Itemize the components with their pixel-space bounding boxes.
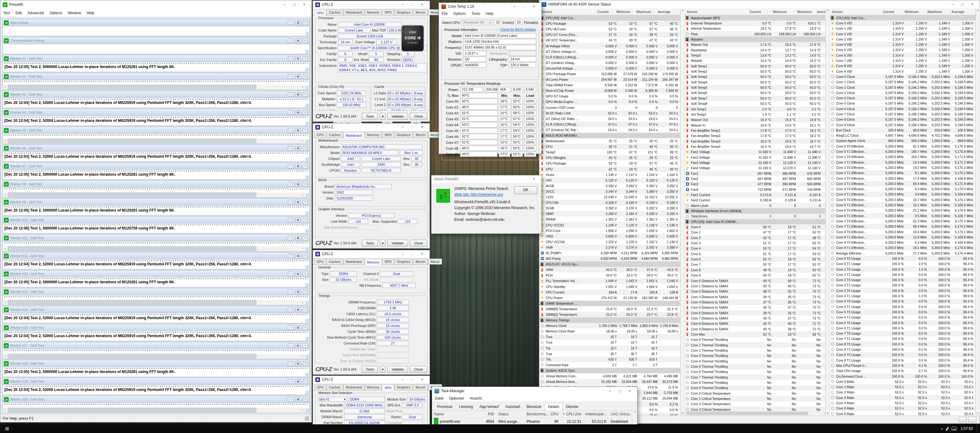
sensor-row[interactable]: System Agent Clock999.5 MHz999.3 MHz1,00… — [830, 138, 975, 144]
sensor-row[interactable]: Core 0 T1 Effective...5,200.0 MHz149.7 M… — [830, 149, 975, 154]
sensor-row[interactable]: Core 7 VID1.314 V1.250 V1.349 V1.300 V — [830, 58, 975, 63]
sensor-row[interactable]: Core 5 T1 Effective...5,200.0 MHz15.1 MH… — [830, 202, 975, 208]
child-titlebar[interactable]: 2ᵖWorker #13 - Self-Test–▣× — [3, 270, 309, 277]
maximize-button[interactable]: □ — [615, 389, 625, 393]
sensor-row[interactable]: VBAT3.200 V3.184 V3.200 V3.200 V — [539, 211, 680, 216]
sensor-row[interactable]: Core 2 Critical TemperatureNoNoNo — [685, 401, 825, 407]
resize-grip[interactable] — [305, 50, 309, 54]
child-titlebar[interactable]: 2ᵖCommunication thread–▣× — [3, 37, 309, 44]
child-titlebar[interactable]: 2ᵖWorker #4 - Self-Test–▣× — [3, 109, 309, 116]
sensor-row[interactable]: VHIF3.376 V3.376 V3.392 V3.388 V — [539, 244, 680, 250]
sensor-row[interactable]: Core 8 T1 Usage100.0 %0.0 %100.0 %99.4 % — [830, 347, 975, 352]
sensor-row[interactable]: Fan1657 RPM485 RPM676 RPM — [685, 171, 825, 176]
close-button[interactable]: Close — [410, 366, 427, 373]
sensor-row[interactable]: Core 3 Thermal ThrottlingNoNoNo — [685, 353, 825, 358]
child-log-area[interactable]: ‹› — [3, 188, 309, 197]
sensor-row[interactable]: Internal Temperature19.1 °C17.8 °C19.3 °… — [685, 26, 825, 31]
sensor-row[interactable]: AIO Pump4,500 RPM4,426 RPM4,560 RPM4,482… — [539, 256, 680, 261]
child-minimize-button[interactable]: – — [288, 272, 293, 276]
sensor-row[interactable]: Fan3 Voltage12.160 V12.120 V12.190 V — [685, 160, 825, 165]
close-button[interactable]: × — [625, 389, 635, 393]
scroll-right-arrow[interactable]: › — [300, 247, 305, 250]
sensor-row[interactable]: Total DRAM Power6.526 W2.312 W7.273 W6.2… — [539, 82, 680, 88]
child-restore-button[interactable]: ▣ — [295, 146, 301, 151]
child-close-button[interactable]: × — [303, 182, 308, 187]
horizontal-scrollbar[interactable]: ‹› — [3, 85, 305, 89]
sensor-row[interactable]: Fan4722 RPM571 RPM743 RPM — [685, 187, 825, 192]
start-button[interactable]: ⊞ — [0, 426, 14, 431]
sensor-row[interactable]: +12V12.040 V12.040 V12.152 V12.091 V — [539, 194, 680, 200]
sensor-row[interactable]: Core 1 T1 Effective...5,200.0 MHz13.4 MH… — [830, 160, 975, 165]
sensor-row[interactable]: Raumtemp14.4 °C13.7 °C14.9 °C — [685, 47, 825, 53]
maximize-button[interactable]: □ — [407, 125, 417, 129]
child-titlebar[interactable]: 2ᵖWorker #15 - Self-Test–▣× — [3, 306, 309, 313]
close-button[interactable]: × — [529, 177, 539, 181]
close-button[interactable]: × — [967, 2, 977, 6]
child-log-area[interactable]: [Dec 20 12:03] Test 2, 52000 Lucas-Lehme… — [3, 152, 309, 161]
sensor-row[interactable]: Max CPU/Thread U...100.0 %4.1 %100.0 %99… — [830, 363, 975, 368]
sensor-row[interactable]: Core 8 Clock5,197.5 MHz5,196.2 MHz5,202.… — [830, 117, 975, 122]
tray-overflow-chevron-icon[interactable]: ∧ — [941, 427, 943, 431]
scrollbar-thumb[interactable] — [8, 354, 256, 358]
scrollbar-thumb[interactable] — [686, 412, 808, 415]
sensor-row[interactable]: Fan Amplifier Temp416.3 °C15.6 °C16.7 °C — [685, 144, 825, 149]
sensor-row[interactable]: Rest-of-Chip Power8.068 W2.336 W8.389 W7… — [539, 88, 680, 93]
column-header-sensor[interactable]: Sensor — [830, 10, 877, 14]
child-restore-button[interactable]: ▣ — [295, 21, 301, 25]
child-minimize-button[interactable]: – — [288, 236, 293, 240]
cpuz-tab-mainboard[interactable]: Mainboard — [344, 132, 364, 138]
minimize-button[interactable]: – — [398, 2, 407, 7]
taskmgr-column-name[interactable]: Name — [432, 411, 482, 417]
child-minimize-button[interactable]: – — [288, 218, 293, 222]
sensor-row[interactable]: Core 8 Distance to TjMAX42 °C40 °C71 °C — [685, 321, 825, 326]
sensor-section-row[interactable]: System: ASUS Syst... — [539, 368, 680, 373]
sensor-row[interactable]: Temp2100 °C97 °C101 °C99 °C — [539, 149, 680, 155]
menu-item-file[interactable]: File — [439, 10, 450, 17]
sensor-row[interactable]: Core 950 °C18 °C52 °C — [685, 273, 825, 278]
menu-item-optionen[interactable]: Optionen — [446, 395, 467, 401]
horizontal-scrollbar[interactable]: ‹› — [3, 246, 305, 251]
child-log-area[interactable]: ‹› — [3, 80, 309, 90]
sensor-section-row[interactable]: DIMM Temperature ... — [539, 300, 680, 306]
cpuz-tab-caches[interactable]: Caches — [326, 9, 343, 15]
scroll-right-arrow[interactable]: › — [300, 300, 305, 304]
validate-button[interactable]: Validate — [387, 366, 408, 373]
scroll-right-arrow[interactable]: › — [300, 85, 305, 89]
sensor-section-row[interactable]: CPU [#0]: Intel Core i9-10900K:... — [685, 219, 825, 224]
sensor-row[interactable]: Core 2 VID1.314 V1.250 V1.349 V1.300 V — [830, 31, 975, 37]
sensor-row[interactable]: Core 4 VID1.314 V1.250 V1.349 V1.300 V — [830, 42, 975, 47]
sensor-row[interactable]: Core 8 T0 Usage100.0 %0.0 %100.0 %99.4 % — [830, 342, 975, 347]
sensor-row[interactable]: Core 252 °C17 °C58 °C — [685, 235, 825, 240]
sensor-row[interactable]: AVSB3.392 V3.392 V3.392 V3.392 V — [539, 183, 680, 189]
sensor-row[interactable]: Core 0 Critical TemperatureNoNoNo — [685, 391, 825, 396]
child-minimize-button[interactable]: – — [288, 21, 293, 25]
sensor-row[interactable]: Tcas16 T16 T16 T — [539, 334, 680, 340]
tools-dropdown-button[interactable]: ▾ — [380, 366, 385, 373]
child-minimize-button[interactable]: – — [288, 307, 293, 312]
child-minimize-button[interactable]: – — [288, 128, 293, 133]
coretemp-titlebar[interactable]: Core Temp 1.16 –□× — [439, 3, 541, 10]
minimize-button[interactable]: – — [509, 4, 519, 9]
sensor-row[interactable]: Fan Amplifier Temp117.8 °C17.0 °C18.2 °C — [685, 128, 825, 133]
sensor-row[interactable]: Core 0 T0 Effective...5,200.0 MHz62.2 MH… — [830, 144, 975, 149]
sensor-row[interactable]: Core 7 Clock5,197.5 MHz5,196.2 MHz5,202.… — [830, 111, 975, 117]
cpuz-tab-caches[interactable]: Caches — [326, 132, 343, 137]
column-header-current[interactable]: Current — [877, 10, 900, 14]
sensor-row[interactable]: CPU Gfx0.169 V0.160 V0.169 V0.168 V — [539, 200, 680, 205]
maximize-button[interactable]: □ — [519, 4, 529, 9]
sensor-row[interactable]: Wasser Out16.4 °C15.0 °C16.8 °C — [685, 117, 825, 123]
about-titlebar[interactable]: About Prime95 × — [431, 175, 541, 183]
sensor-row[interactable]: Core 2 T1 Usage100.0 %0.0 %100.0 %99.4 % — [830, 283, 975, 288]
menu-item-ansicht[interactable]: Ansicht — [467, 395, 485, 401]
child-restore-button[interactable]: ▣ — [295, 379, 301, 384]
sensor-row[interactable]: IA Cores Power204.597 W23.514 W211.104 W… — [539, 77, 680, 82]
sensor-row[interactable]: Core 351 °C17 °C55 °C — [685, 240, 825, 246]
taskmgr-tab-dienste[interactable]: Dienste — [563, 403, 582, 411]
sensor-row[interactable]: CLR (CBo/LLC/Ring)...47.0 x47.0 x47.0 x4… — [539, 121, 680, 127]
cpuz-tab-graphics[interactable]: Graphics — [395, 384, 413, 390]
hwinfo-horizontal-scrollbar[interactable]: ‹› — [685, 411, 825, 415]
close-button[interactable]: × — [417, 252, 427, 256]
resize-grip[interactable] — [305, 409, 309, 412]
sensor-row[interactable]: Core 4 Distance to TjMAX37 °C36 °C73 °C — [685, 299, 825, 305]
sensor-row[interactable]: CPU IA Cores53 °C19 °C57 °C46 °C — [539, 26, 680, 32]
